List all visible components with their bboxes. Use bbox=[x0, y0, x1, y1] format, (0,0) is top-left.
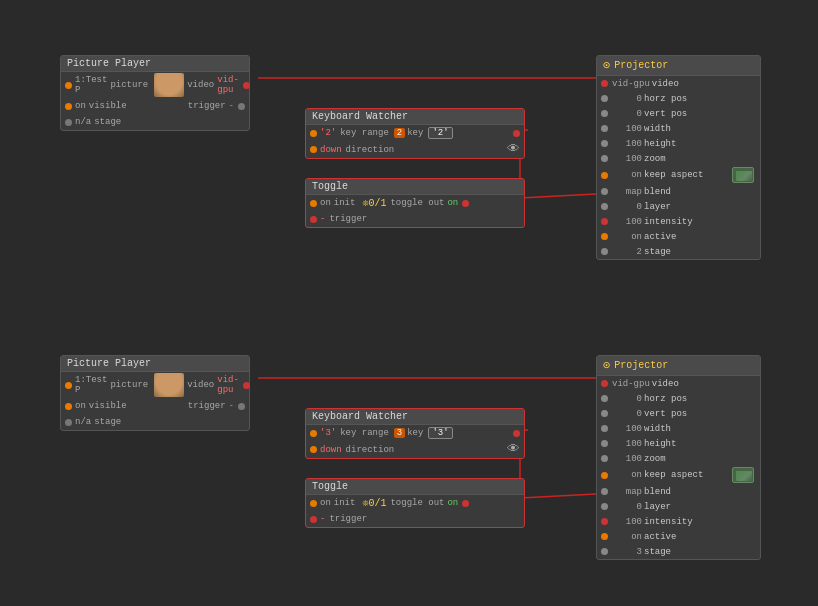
proj1-port-stage[interactable] bbox=[601, 248, 608, 255]
projector-2: ⊙ Projector vid-gpu video 0 horz pos 0 v… bbox=[596, 355, 761, 560]
proj1-row-stage: 2 stage bbox=[597, 244, 760, 259]
proj2-port-video[interactable] bbox=[601, 380, 608, 387]
pp1-port-picture-left[interactable] bbox=[65, 82, 72, 89]
proj2-port-keepaspect[interactable] bbox=[601, 472, 608, 479]
proj2-row-height: 100 height bbox=[597, 436, 760, 451]
toggle2-sym: ❊0/1 bbox=[362, 497, 386, 509]
pp2-row-picture: 1:Test P picture video vid-gpu bbox=[61, 372, 249, 398]
kw2-key-val: '3' bbox=[428, 427, 452, 439]
proj1-port-horzpos[interactable] bbox=[601, 95, 608, 102]
pp2-port-stage-left[interactable] bbox=[65, 419, 72, 426]
toggle1-port-left2[interactable] bbox=[310, 216, 317, 223]
kw2-port-left1[interactable] bbox=[310, 430, 317, 437]
toggle2-port-left2[interactable] bbox=[310, 516, 317, 523]
pp2-row-visible: on visible trigger - bbox=[61, 398, 249, 414]
proj2-port-height[interactable] bbox=[601, 440, 608, 447]
pp2-port-trigger-right[interactable] bbox=[238, 403, 245, 410]
proj1-port-layer[interactable] bbox=[601, 203, 608, 210]
proj2-port-layer[interactable] bbox=[601, 503, 608, 510]
proj1-port-blend[interactable] bbox=[601, 188, 608, 195]
toggle2-port-right1[interactable] bbox=[462, 500, 469, 507]
keyboard-watcher-1: Keyboard Watcher '2' key range 2 key '2'… bbox=[305, 108, 525, 159]
pp2-row-stage: n/a stage bbox=[61, 414, 249, 430]
proj1-map-icon[interactable] bbox=[732, 167, 754, 183]
pp2-port-picture-left[interactable] bbox=[65, 382, 72, 389]
proj2-port-zoom[interactable] bbox=[601, 455, 608, 462]
pp1-port-video-right[interactable] bbox=[243, 82, 250, 89]
projector1-title: Projector bbox=[614, 60, 668, 71]
toggle1-sym: ❊0/1 bbox=[362, 197, 386, 209]
proj2-row-active: on active bbox=[597, 529, 760, 544]
picture-player-2-title: Picture Player bbox=[67, 358, 151, 369]
proj2-port-intensity[interactable] bbox=[601, 518, 608, 525]
projector2-icon: ⊙ bbox=[603, 358, 610, 373]
proj2-port-width[interactable] bbox=[601, 425, 608, 432]
kw2-row-keyrange: '3' key range 3 key '3' bbox=[306, 425, 524, 441]
proj1-port-keepaspect[interactable] bbox=[601, 172, 608, 179]
proj2-row-video: vid-gpu video bbox=[597, 376, 760, 391]
pp1-row-visible: on visible trigger - bbox=[61, 98, 249, 114]
proj2-row-blend: map blend bbox=[597, 484, 760, 499]
toggle1-row-trigger: - trigger bbox=[306, 211, 524, 227]
proj1-row-width: 100 width bbox=[597, 121, 760, 136]
kw2-port-right1[interactable] bbox=[513, 430, 520, 437]
kw2-row-direction: down direction 👁 bbox=[306, 441, 524, 458]
toggle1-row-init: on init ❊0/1 toggle out on bbox=[306, 195, 524, 211]
proj1-row-intensity: 100 intensity bbox=[597, 214, 760, 229]
projector2-header: ⊙ Projector bbox=[597, 356, 760, 376]
pp1-port-visible-left[interactable] bbox=[65, 103, 72, 110]
proj1-port-width[interactable] bbox=[601, 125, 608, 132]
toggle1-header: Toggle bbox=[306, 179, 524, 195]
proj2-row-layer: 0 layer bbox=[597, 499, 760, 514]
proj1-row-active: on active bbox=[597, 229, 760, 244]
proj1-row-vertpos: 0 vert pos bbox=[597, 106, 760, 121]
toggle1-port-left1[interactable] bbox=[310, 200, 317, 207]
pp2-port-visible-left[interactable] bbox=[65, 403, 72, 410]
proj1-port-zoom[interactable] bbox=[601, 155, 608, 162]
proj2-port-vertpos[interactable] bbox=[601, 410, 608, 417]
proj2-port-stage[interactable] bbox=[601, 548, 608, 555]
pp1-row-stage: n/a stage bbox=[61, 114, 249, 130]
proj2-port-horzpos[interactable] bbox=[601, 395, 608, 402]
proj1-port-active[interactable] bbox=[601, 233, 608, 240]
proj1-port-vertpos[interactable] bbox=[601, 110, 608, 117]
toggle2-header: Toggle bbox=[306, 479, 524, 495]
kw1-port-right1[interactable] bbox=[513, 130, 520, 137]
kw1-port-left1[interactable] bbox=[310, 130, 317, 137]
toggle1-port-right1[interactable] bbox=[462, 200, 469, 207]
proj2-row-width: 100 width bbox=[597, 421, 760, 436]
toggle2-row-trigger: - trigger bbox=[306, 511, 524, 527]
proj2-port-blend[interactable] bbox=[601, 488, 608, 495]
proj2-row-stage: 3 stage bbox=[597, 544, 760, 559]
proj1-port-video[interactable] bbox=[601, 80, 608, 87]
proj1-row-zoom: 100 zoom bbox=[597, 151, 760, 166]
kw1-title: Keyboard Watcher bbox=[312, 111, 408, 122]
kw1-row-keyrange: '2' key range 2 key '2' bbox=[306, 125, 524, 141]
kw2-badge: 3 bbox=[394, 428, 405, 438]
kw2-eye-icon: 👁 bbox=[507, 442, 520, 457]
proj1-row-layer: 0 layer bbox=[597, 199, 760, 214]
proj2-row-horzpos: 0 horz pos bbox=[597, 391, 760, 406]
proj1-row-keepaspect: on keep aspect bbox=[597, 166, 760, 184]
pp1-row-picture: 1:Test P picture video vid-gpu bbox=[61, 72, 249, 98]
proj1-row-video: vid-gpu video bbox=[597, 76, 760, 91]
kw1-port-left2[interactable] bbox=[310, 146, 317, 153]
kw2-title: Keyboard Watcher bbox=[312, 411, 408, 422]
pp1-port-stage-left[interactable] bbox=[65, 119, 72, 126]
proj2-row-keepaspect: on keep aspect bbox=[597, 466, 760, 484]
proj2-map-icon[interactable] bbox=[732, 467, 754, 483]
proj1-row-blend: map blend bbox=[597, 184, 760, 199]
proj2-port-active[interactable] bbox=[601, 533, 608, 540]
kw1-header: Keyboard Watcher bbox=[306, 109, 524, 125]
pp1-port-trigger-right[interactable] bbox=[238, 103, 245, 110]
kw1-key-val: '2' bbox=[428, 127, 452, 139]
kw2-port-left2[interactable] bbox=[310, 446, 317, 453]
proj2-row-intensity: 100 intensity bbox=[597, 514, 760, 529]
proj2-row-zoom: 100 zoom bbox=[597, 451, 760, 466]
picture-player-1: Picture Player 1:Test P picture video vi… bbox=[60, 55, 250, 131]
proj1-port-intensity[interactable] bbox=[601, 218, 608, 225]
keyboard-watcher-2: Keyboard Watcher '3' key range 3 key '3'… bbox=[305, 408, 525, 459]
pp2-port-video-right[interactable] bbox=[243, 382, 250, 389]
proj1-port-height[interactable] bbox=[601, 140, 608, 147]
toggle2-port-left1[interactable] bbox=[310, 500, 317, 507]
